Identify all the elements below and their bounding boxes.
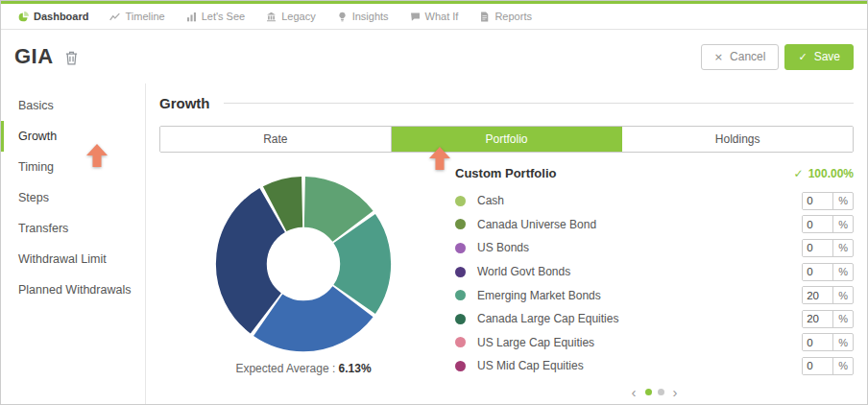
asset-row-world-govt-bonds: World Govt Bonds% bbox=[455, 260, 854, 284]
save-label: Save bbox=[814, 50, 840, 63]
section-head: Growth bbox=[159, 95, 854, 111]
asset-row-us-bonds: US Bonds% bbox=[455, 236, 854, 260]
check-icon: ✓ bbox=[794, 167, 804, 180]
asset-percent-input[interactable] bbox=[803, 216, 832, 232]
portfolio-title: Custom Portfolio bbox=[455, 166, 556, 180]
tab-portfolio[interactable]: Portfolio bbox=[392, 127, 623, 152]
asset-percent-group: % bbox=[802, 263, 854, 281]
tab-holdings[interactable]: Holdings bbox=[622, 127, 853, 152]
asset-percent-input[interactable] bbox=[803, 358, 832, 374]
page-header: GIA × Cancel ✓ Save bbox=[1, 30, 867, 83]
asset-name: Cash bbox=[477, 194, 504, 207]
insights-icon bbox=[337, 12, 348, 22]
asset-percent-input[interactable] bbox=[803, 334, 832, 350]
tab-rate[interactable]: Rate bbox=[160, 127, 392, 152]
main-panel: Growth RatePortfolioHoldings Expected Av… bbox=[146, 83, 867, 404]
allocation-total-value: 100.00% bbox=[808, 167, 854, 180]
asset-percent-group: % bbox=[802, 310, 854, 328]
asset-row-canada-large-cap-equities: Canada Large Cap Equities% bbox=[455, 307, 854, 331]
app-window: DashboardTimelineLet's SeeLegacyInsights… bbox=[0, 0, 868, 405]
portfolio-column: Custom Portfolio ✓ 100.00% Cash%Canada U… bbox=[447, 164, 854, 399]
expected-average: Expected Average : 6.13% bbox=[235, 362, 371, 375]
timeline-icon bbox=[109, 12, 120, 22]
nav-item-reports[interactable]: Reports bbox=[469, 4, 542, 29]
asset-row-emerging-market-bonds: Emerging Market Bonds% bbox=[455, 283, 854, 307]
close-icon: × bbox=[714, 52, 723, 62]
percent-suffix: % bbox=[832, 193, 853, 209]
asset-name: Canada Universe Bond bbox=[477, 218, 596, 231]
sidebar-item-steps[interactable]: Steps bbox=[1, 182, 145, 213]
sidebar-item-growth[interactable]: Growth bbox=[1, 121, 145, 152]
asset-percent-input[interactable] bbox=[803, 193, 832, 209]
expected-average-label: Expected Average : bbox=[235, 362, 335, 375]
check-icon: ✓ bbox=[798, 52, 807, 62]
pager-prev-icon[interactable]: ‹ bbox=[629, 385, 639, 399]
section-title: Growth bbox=[159, 95, 210, 111]
asset-percent-input[interactable] bbox=[803, 287, 832, 303]
asset-percent-input[interactable] bbox=[803, 264, 832, 280]
cancel-button[interactable]: × Cancel bbox=[701, 44, 780, 70]
pager-dot-1[interactable] bbox=[645, 389, 652, 395]
percent-suffix: % bbox=[832, 287, 853, 303]
percent-suffix: % bbox=[832, 334, 853, 350]
percent-suffix: % bbox=[832, 358, 853, 374]
nav-item-insights[interactable]: Insights bbox=[326, 4, 399, 29]
allocation-total: ✓ 100.00% bbox=[794, 167, 854, 180]
asset-row-us-large-cap-equities: US Large Cap Equities% bbox=[455, 331, 854, 355]
sidebar: BasicsGrowthTimingStepsTransfersWithdraw… bbox=[1, 83, 146, 404]
nav-label: Dashboard bbox=[34, 11, 88, 22]
asset-name: US Bonds bbox=[477, 241, 529, 254]
bar-chart-icon bbox=[186, 12, 197, 22]
nav-item-dashboard[interactable]: Dashboard bbox=[8, 4, 99, 29]
nav-item-what-if[interactable]: What If bbox=[399, 4, 470, 29]
asset-percent-group: % bbox=[802, 215, 854, 233]
asset-color-dot bbox=[455, 290, 466, 300]
trash-icon bbox=[64, 50, 79, 66]
asset-row-canada-universe-bond: Canada Universe Bond% bbox=[455, 213, 854, 237]
nav-label: Let's See bbox=[202, 11, 246, 22]
asset-percent-group: % bbox=[802, 357, 854, 375]
sidebar-item-timing[interactable]: Timing bbox=[1, 152, 145, 182]
asset-color-dot bbox=[455, 361, 466, 371]
nav-item-legacy[interactable]: Legacy bbox=[255, 4, 326, 29]
pager-dot-2[interactable] bbox=[658, 389, 664, 395]
legacy-icon bbox=[266, 12, 277, 22]
sidebar-item-transfers[interactable]: Transfers bbox=[1, 213, 145, 244]
sidebar-item-basics[interactable]: Basics bbox=[1, 90, 145, 121]
delete-plan-button[interactable] bbox=[64, 50, 79, 66]
nav-label: Reports bbox=[494, 11, 532, 22]
nav-label: Timeline bbox=[125, 11, 164, 22]
asset-name: Canada Large Cap Equities bbox=[477, 312, 618, 325]
asset-name: US Mid Cap Equities bbox=[477, 359, 584, 372]
asset-name: US Large Cap Equities bbox=[477, 336, 594, 349]
asset-percent-input[interactable] bbox=[803, 311, 832, 327]
asset-color-dot bbox=[455, 314, 466, 324]
dashboard-icon bbox=[18, 12, 29, 22]
nav-label: Insights bbox=[352, 11, 389, 22]
percent-suffix: % bbox=[832, 240, 853, 256]
sidebar-item-withdrawal-limit[interactable]: Withdrawal Limit bbox=[1, 244, 145, 274]
portfolio-content: Expected Average : 6.13% Custom Portfoli… bbox=[159, 164, 854, 399]
save-button[interactable]: ✓ Save bbox=[784, 44, 854, 70]
cancel-label: Cancel bbox=[730, 50, 765, 63]
percent-suffix: % bbox=[832, 311, 853, 327]
asset-percent-input[interactable] bbox=[803, 240, 832, 256]
donut-chart bbox=[209, 170, 398, 358]
section-divider bbox=[224, 103, 855, 104]
asset-row-cash: Cash% bbox=[455, 189, 854, 213]
asset-color-dot bbox=[455, 243, 466, 253]
portfolio-header: Custom Portfolio ✓ 100.00% bbox=[455, 166, 854, 180]
page-title: GIA bbox=[14, 44, 54, 69]
nav-item-timeline[interactable]: Timeline bbox=[99, 4, 175, 29]
asset-percent-group: % bbox=[802, 239, 854, 257]
nav-item-let-s-see[interactable]: Let's See bbox=[176, 4, 256, 29]
pager-next-icon[interactable]: › bbox=[670, 385, 681, 399]
tab-bar: RatePortfolioHoldings bbox=[159, 126, 854, 153]
asset-percent-group: % bbox=[802, 333, 854, 351]
asset-name: Emerging Market Bonds bbox=[477, 289, 601, 302]
what-if-icon bbox=[410, 12, 421, 22]
percent-suffix: % bbox=[832, 264, 853, 280]
pagination: ‹› bbox=[455, 385, 854, 399]
sidebar-item-planned-withdrawals[interactable]: Planned Withdrawals bbox=[1, 274, 145, 305]
asset-color-dot bbox=[455, 337, 466, 347]
